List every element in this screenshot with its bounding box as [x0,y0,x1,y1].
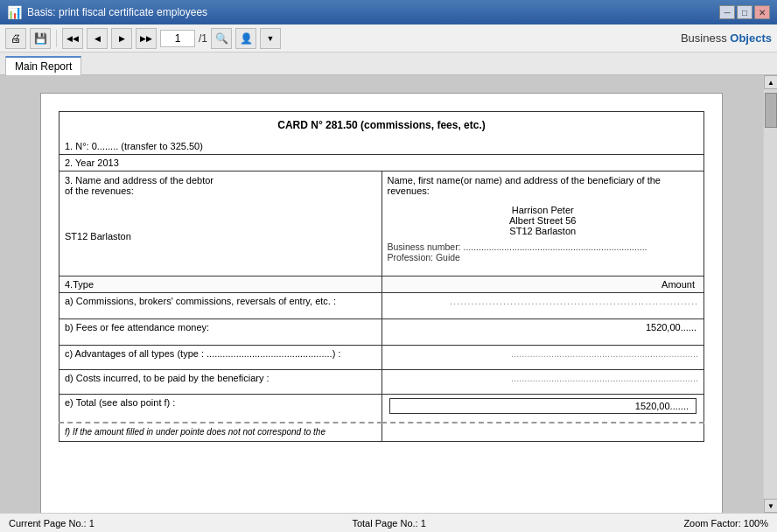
business-objects-logo: Business Objects [681,32,772,45]
tabs-bar: Main Report [0,52,777,75]
window-title: Basis: print fiscal certificate employee… [27,6,207,18]
toolbar-separator [56,30,57,47]
nav-next-button[interactable]: ▶ [111,28,132,49]
find-button[interactable]: 🔍 [211,28,232,49]
content-area: CARD N° 281.50 (commissions, fees, etc.)… [0,75,777,513]
amount-e-cell: 1520,00....... [382,395,704,423]
scroll-thumb[interactable] [765,93,777,128]
tab-main-report[interactable]: Main Report [5,56,81,75]
nav-prev-button[interactable]: ◀ [87,28,108,49]
page-number-input[interactable] [160,30,195,47]
maximize-button[interactable]: □ [737,5,752,19]
vertical-scrollbar[interactable]: ▲ ▼ [763,75,777,513]
type-c-cell: c) Advantages of all types (type : .....… [60,346,382,370]
window-controls: ─ □ ✕ [719,5,770,19]
title-bar: 📊 Basis: print fiscal certificate employ… [0,0,777,24]
page-total-label: /1 [199,32,207,45]
report-content: 1. N°: 0........ (transfer to 325.50) 2.… [59,138,704,442]
beneficiary-cell: Name, first name(or name) and address of… [382,172,704,276]
print-button[interactable]: 🖨 [5,28,26,49]
toolbar: 🖨 💾 ◀◀ ◀ ▶ ▶▶ /1 🔍 👤 ▼ Business Objects [0,24,777,52]
scroll-up-button[interactable]: ▲ [764,75,777,89]
field2-row: 2. Year 2013 [60,155,704,172]
amount-header-cell: Amount [382,276,704,293]
type-header-cell: 4.Type [60,276,382,293]
card-title: CARD N° 281.50 (commissions, fees, etc.) [59,111,704,138]
total-page-status: Total Page No.: 1 [352,518,425,528]
save-button[interactable]: 💾 [30,28,51,49]
type-a-cell: a) Commissions, brokers' commissions, re… [60,293,382,319]
nav-first-button[interactable]: ◀◀ [62,28,83,49]
field1-row: 1. N°: 0........ (transfer to 325.50) [60,138,704,155]
amount-c-cell: ........................................… [382,346,704,370]
current-page-status: Current Page No.: 1 [9,518,94,528]
amount-b-cell: 1520,00...... [382,319,704,346]
export-dropdown-button[interactable]: ▼ [260,28,281,49]
amount-d-cell: ........................................… [382,370,704,395]
type-e-cell: e) Total (see also point f) : [60,395,382,423]
type-b-cell: b) Fees or fee attendance money: [60,319,382,346]
amount-a-cell: ........................................… [382,293,704,319]
nav-last-button[interactable]: ▶▶ [136,28,157,49]
type-d-cell: d) Costs incurred, to be paid by the ben… [60,370,382,395]
export-button[interactable]: 👤 [235,28,256,49]
minimize-button[interactable]: ─ [719,5,735,19]
scroll-down-button[interactable]: ▼ [764,499,777,513]
debtor-cell: 3. Name and address of the debtor of the… [60,172,382,276]
note-f-cell: f) If the amount filled in under pointe … [60,423,382,442]
report-scroll[interactable]: CARD N° 281.50 (commissions, fees, etc.)… [0,75,763,513]
report-page: CARD N° 281.50 (commissions, fees, etc.)… [40,93,723,513]
note-f-amount-cell [382,423,704,442]
close-button[interactable]: ✕ [754,5,770,19]
status-bar: Current Page No.: 1 Total Page No.: 1 Zo… [0,513,777,532]
scroll-track[interactable] [764,89,777,499]
zoom-status: Zoom Factor: 100% [683,518,768,528]
